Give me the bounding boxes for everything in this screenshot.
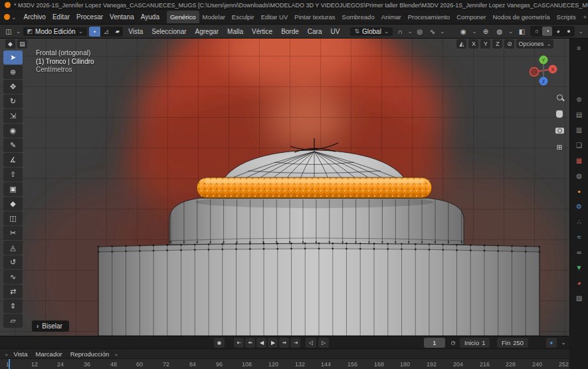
frame-end-field[interactable]: Fin 250	[497, 338, 528, 348]
tool-loop-cut[interactable]: ◫	[3, 211, 23, 225]
tab-output-icon[interactable]: ▥	[573, 124, 585, 136]
tab-constraints-icon[interactable]: ∞	[573, 247, 585, 258]
edge-select-button[interactable]: ◿	[100, 27, 112, 37]
active-tool-icon[interactable]: ◆	[5, 39, 15, 49]
tool-measure[interactable]: ∡	[3, 153, 23, 167]
mirror-z-toggle[interactable]: Z	[492, 39, 502, 49]
jump-to-start-button[interactable]: ⇤	[234, 338, 244, 348]
tool-move[interactable]: ✥	[3, 80, 23, 94]
workspace-tab-nodos-geometria[interactable]: Nodos de geometría	[490, 11, 553, 23]
tool-extrude[interactable]: ⇧	[3, 168, 23, 182]
tool-smooth[interactable]: ∿	[3, 270, 23, 284]
blender-menu-button[interactable]: ⌄	[0, 14, 21, 21]
selected-bevel-ring[interactable]	[197, 178, 432, 198]
orientation-dropdown[interactable]: ⇅ Global ⌄	[350, 27, 393, 36]
visibility-dropdown[interactable]: ◉	[458, 27, 468, 37]
timeline-menu-vista[interactable]: Vista	[11, 349, 31, 359]
add-workspace-button[interactable]: +	[579, 11, 588, 23]
tab-data-icon[interactable]: ▼	[573, 262, 585, 273]
tool-knife[interactable]: ✂	[3, 226, 23, 240]
tool-shrink-flatten[interactable]: ⇕	[3, 299, 23, 313]
mirror-x-toggle[interactable]: X	[468, 39, 478, 49]
timeline-menu-marcador[interactable]: Marcador	[33, 349, 66, 359]
menu-procesar[interactable]: Procesar	[73, 12, 106, 22]
tool-transform[interactable]: ◉	[3, 124, 23, 138]
workspace-tab-sombreado[interactable]: Sombreado	[339, 11, 378, 23]
next-frame-button[interactable]: ▷	[318, 338, 329, 348]
timeline-menu-reproduccion[interactable]: Reproducción	[67, 349, 113, 359]
prev-frame-button[interactable]: ◁	[306, 338, 316, 348]
sync-dropdown[interactable]: ⌄	[558, 338, 569, 348]
menu-agregar[interactable]: Agregar	[192, 27, 223, 37]
menu-vertice[interactable]: Vértice	[248, 27, 276, 37]
menu-seleccionar[interactable]: Seleccionar	[148, 27, 189, 37]
tab-object-icon[interactable]: ▪	[573, 185, 585, 197]
mode-dropdown[interactable]: ◩ Modo Edición ⌄	[23, 27, 88, 36]
falloff-dropdown[interactable]: ⌄	[440, 28, 445, 35]
shading-material-button[interactable]: ◕	[553, 27, 563, 36]
overlays-dropdown[interactable]: ⌄	[508, 28, 514, 35]
auto-keying-button[interactable]: ◉	[214, 338, 225, 348]
workspace-tab-componer[interactable]: Componer	[453, 11, 489, 23]
xray-toggle[interactable]: ◧	[516, 27, 527, 37]
operator-panel-bevel[interactable]: › Biselar	[32, 320, 69, 332]
proportional-edit-toggle[interactable]: ◎	[415, 27, 425, 37]
tool-annotate[interactable]: ✎	[3, 138, 23, 152]
menu-editar[interactable]: Editar	[49, 12, 73, 22]
collapse-icon[interactable]: ⌄	[4, 350, 9, 357]
next-keyframe-button[interactable]: ⇸	[279, 338, 289, 348]
editor-menu-icon[interactable]: ≡	[573, 43, 585, 54]
playback-sync-icon[interactable]: ●	[546, 338, 557, 348]
menu-vista[interactable]: Vista	[125, 27, 146, 37]
toggle-ortho-icon[interactable]: ⊞	[554, 142, 565, 152]
tab-world-icon[interactable]: ◍	[573, 170, 585, 182]
pan-hand-icon[interactable]	[554, 108, 565, 119]
options-dropdown[interactable]: Opciones ⌄	[516, 39, 553, 49]
workspace-tab-procesamiento[interactable]: Procesamiento	[405, 11, 453, 23]
tab-scene-icon[interactable]: ▦	[573, 155, 585, 166]
workspace-tab-editar-uv[interactable]: Editar UV	[258, 11, 292, 23]
prev-keyframe-button[interactable]: ⇷	[245, 338, 255, 348]
workspace-tab-esculpir[interactable]: Esculpir	[229, 11, 258, 23]
tool-bevel[interactable]: ◆	[3, 197, 23, 211]
mirror-y-toggle[interactable]: Y	[480, 39, 490, 49]
tool-inset-faces[interactable]: ▣	[3, 182, 23, 196]
tool-shear[interactable]: ▱	[3, 314, 23, 328]
menu-archivo[interactable]: Archivo	[21, 12, 49, 22]
tool-edge-slide[interactable]: ⇄	[3, 285, 23, 299]
workspace-tab-modelar[interactable]: Modelar	[199, 11, 229, 23]
jump-to-end-button[interactable]: ⇥	[290, 338, 300, 348]
timeline-ruler[interactable]: 1 12 24 36 48 60 72 84 96 108 120 132 14…	[0, 358, 569, 369]
shading-solid-button[interactable]: ◔	[542, 27, 552, 36]
menu-malla[interactable]: Malla	[224, 27, 246, 37]
tab-texture-icon[interactable]: ▨	[573, 293, 585, 304]
tool-scale[interactable]: ⇲	[3, 109, 23, 123]
mesh-cylinder-model[interactable]	[0, 39, 569, 336]
lock-icon[interactable]: ⊘	[504, 39, 514, 49]
face-select-button[interactable]: ▰	[112, 27, 123, 37]
shading-dropdown[interactable]: ⌄	[578, 28, 583, 35]
tool-options-icon[interactable]: ▤	[17, 39, 27, 49]
vertex-select-button[interactable]: ▪	[89, 27, 100, 37]
workspace-tab-scripts[interactable]: Scripts	[553, 11, 579, 23]
viewport-3d[interactable]: ◆ ▤ ◭ X Y Z ⊘ Opciones ⌄ Frontal (ortogo…	[0, 39, 569, 336]
show-overlays-toggle[interactable]: ◍	[494, 27, 505, 37]
snap-settings-dropdown[interactable]: ⌄	[407, 28, 413, 35]
workspace-tab-animar[interactable]: Animar	[378, 11, 405, 23]
tab-view-layer-icon[interactable]: ❏	[573, 140, 585, 151]
tab-particles-icon[interactable]: ∴	[573, 216, 585, 227]
show-gizmo-toggle[interactable]: ⊕	[480, 27, 491, 37]
tab-tool-icon[interactable]: ⊚	[573, 94, 585, 105]
menu-ventana[interactable]: Ventana	[106, 12, 138, 22]
menu-borde[interactable]: Borde	[278, 27, 302, 37]
editor-type-icon[interactable]: ◫	[3, 27, 14, 37]
tool-spin[interactable]: ↺	[3, 255, 23, 269]
play-reverse-button[interactable]: ◀	[256, 338, 266, 348]
tab-render-icon[interactable]: ▤	[573, 109, 585, 120]
camera-view-icon[interactable]	[554, 125, 565, 136]
tool-rotate[interactable]: ↻	[3, 94, 23, 108]
navigation-gizmo[interactable]: X Y Z	[525, 52, 562, 89]
menu-ayuda[interactable]: Ayuda	[138, 12, 163, 22]
tab-physics-icon[interactable]: ≈	[573, 231, 585, 243]
menu-cara[interactable]: Cara	[304, 27, 326, 37]
